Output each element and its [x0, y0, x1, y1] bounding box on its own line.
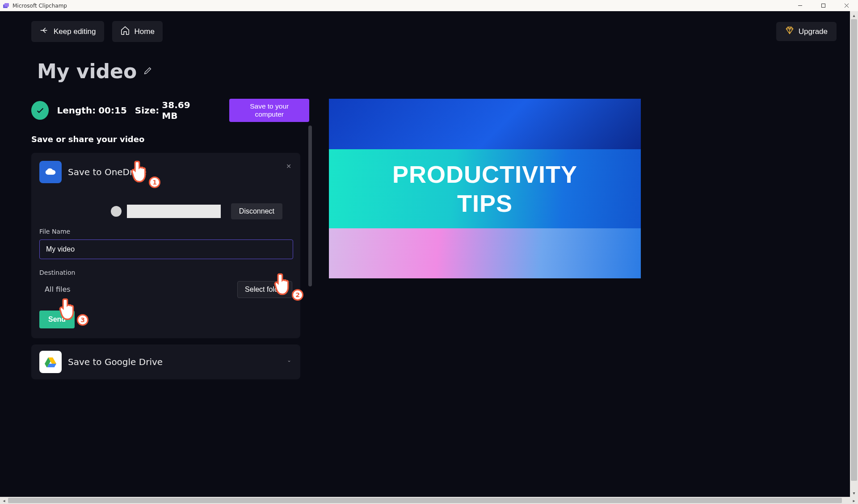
export-status-row: Length: 00:15 Size: 38.69 MB Save to you…	[31, 99, 309, 122]
home-button[interactable]: Home	[112, 21, 163, 42]
size-value: 38.69 MB	[162, 100, 206, 121]
scroll-down-icon[interactable]: ▾	[850, 489, 858, 497]
destination-label: Destination	[39, 269, 292, 276]
window-minimize-button[interactable]	[788, 0, 812, 11]
filename-input[interactable]	[39, 239, 293, 259]
svg-rect-1	[4, 3, 9, 7]
page-title: My video	[37, 60, 137, 83]
home-icon	[120, 25, 130, 38]
destination-value: All files	[39, 281, 232, 298]
google-drive-title: Save to Google Drive	[68, 357, 163, 367]
app-main: Keep editing Home Upgrade My video	[0, 11, 850, 497]
account-avatar-icon	[111, 206, 122, 217]
status-check-icon	[31, 101, 49, 120]
share-list-scrollbar[interactable]	[308, 126, 312, 286]
disconnect-button[interactable]: Disconnect	[231, 203, 282, 219]
diamond-icon	[785, 26, 794, 37]
window-maximize-button[interactable]	[812, 0, 835, 11]
chevron-down-icon: ⌄	[287, 357, 291, 363]
arrow-left-icon	[39, 25, 49, 38]
tutorial-badge-2: 2	[292, 289, 303, 301]
window-close-button[interactable]	[835, 0, 858, 11]
vertical-scroll-thumb[interactable]	[851, 19, 857, 481]
select-folder-button[interactable]: Select folder	[237, 281, 292, 298]
scroll-right-icon[interactable]: ▸	[850, 497, 858, 504]
top-actions-bar: Keep editing Home Upgrade	[0, 11, 850, 42]
onedrive-collapse-button[interactable]: ✕	[286, 163, 291, 170]
app-icon	[3, 2, 10, 9]
keep-editing-button[interactable]: Keep editing	[31, 21, 104, 42]
keep-editing-label: Keep editing	[54, 27, 96, 36]
onedrive-card: Save to OneDrive ✕ Disconnect File Name …	[31, 153, 300, 338]
send-button[interactable]: Send	[39, 311, 75, 328]
filename-label: File Name	[39, 228, 292, 235]
google-drive-card[interactable]: Save to Google Drive ⌄	[31, 344, 300, 379]
window-title: Microsoft Clipchamp	[13, 3, 67, 9]
save-to-computer-button[interactable]: Save to your computer	[229, 99, 309, 122]
scroll-up-icon[interactable]: ▴	[850, 11, 858, 19]
google-drive-icon	[39, 351, 62, 373]
upgrade-label: Upgrade	[799, 27, 828, 36]
tutorial-badge-3: 3	[77, 314, 88, 326]
upgrade-button[interactable]: Upgrade	[776, 22, 837, 41]
size-label: Size:	[135, 105, 159, 116]
page-horizontal-scrollbar[interactable]: ◂ ▸	[0, 497, 858, 504]
share-heading: Save or share your video	[31, 134, 309, 144]
home-label: Home	[135, 27, 155, 36]
horizontal-scroll-thumb[interactable]	[8, 498, 842, 503]
length-label: Length:	[57, 105, 96, 116]
edit-title-button[interactable]	[143, 66, 153, 77]
onedrive-title: Save to OneDrive	[68, 167, 147, 177]
length-value: 00:15	[98, 105, 127, 116]
page-vertical-scrollbar[interactable]: ▴ ▾	[850, 11, 858, 497]
onedrive-icon	[39, 161, 62, 183]
account-name-redacted	[127, 205, 221, 218]
preview-title-text: PRODUCTIVITYTIPS	[392, 160, 577, 218]
video-preview-thumbnail: PRODUCTIVITYTIPS	[329, 99, 641, 278]
tutorial-badge-1: 1	[149, 176, 160, 188]
scroll-left-icon[interactable]: ◂	[0, 497, 8, 504]
svg-rect-3	[821, 4, 825, 8]
window-titlebar: Microsoft Clipchamp	[0, 0, 858, 11]
